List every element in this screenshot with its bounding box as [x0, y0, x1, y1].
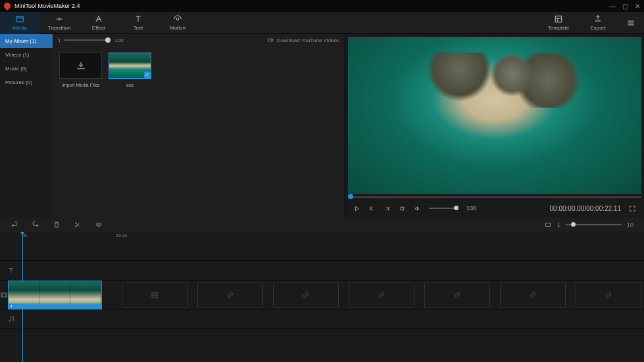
video-track[interactable]: [0, 281, 644, 309]
zoom-slider[interactable]: [566, 224, 622, 225]
play-button[interactable]: [353, 205, 360, 212]
svg-point-5: [76, 223, 77, 224]
preview-panel: 100 00:00:00.00/00:00:22.11: [345, 34, 644, 217]
svg-rect-2: [555, 16, 561, 22]
tab-media[interactable]: Media: [0, 12, 39, 34]
export-label: Export: [590, 25, 605, 31]
link-icon: [604, 290, 613, 300]
timeline-panel: 1 10 0s 22.4s: [0, 217, 644, 362]
template-icon: [554, 14, 563, 24]
split-button[interactable]: [74, 221, 82, 229]
timeline-ruler[interactable]: 0s 22.4s: [0, 232, 644, 241]
preview-viewport[interactable]: [348, 37, 641, 194]
transition-icon: [55, 14, 64, 24]
link-icon: [453, 290, 462, 300]
minimize-button[interactable]: —: [609, 3, 616, 10]
svg-rect-11: [152, 292, 157, 297]
close-button[interactable]: ✕: [635, 3, 640, 10]
fullscreen-button[interactable]: [629, 205, 636, 212]
check-icon: ✓: [144, 72, 151, 78]
tab-label: Text: [134, 25, 143, 31]
tab-label: Transition: [48, 25, 71, 31]
clip-audio-icon: [10, 304, 14, 308]
effect-icon: [94, 14, 103, 24]
import-media-button[interactable]: Import Media Files: [59, 53, 102, 87]
svg-rect-4: [401, 207, 404, 210]
main-toolbar: Media Transition Effect Text Motion Temp…: [0, 12, 644, 34]
video-track-icon: [0, 291, 8, 299]
svg-rect-10: [1, 293, 7, 297]
export-icon: [593, 14, 603, 24]
titlebar: MiniTool MovieMaker 2.4 — ▢ ✕: [0, 0, 644, 12]
tab-text[interactable]: Text: [118, 12, 158, 34]
thumb-size-slider[interactable]: [64, 39, 111, 41]
sidebar-item-videos[interactable]: Videos (1): [0, 48, 53, 62]
link-icon: [226, 290, 235, 300]
fit-button[interactable]: [544, 221, 552, 229]
volume-slider[interactable]: [429, 208, 458, 209]
timeline-clip-sea[interactable]: [8, 281, 102, 309]
tab-effect[interactable]: Effect: [79, 12, 118, 34]
import-icon: [75, 60, 87, 72]
media-icon: [15, 14, 24, 24]
text-track-icon: [7, 267, 15, 275]
link-icon: [528, 290, 537, 300]
preview-time: 00:00:00.00/00:00:22.11: [550, 205, 621, 212]
tab-label: Motion: [170, 25, 186, 31]
empty-slot[interactable]: [197, 283, 263, 307]
empty-slot[interactable]: [424, 283, 490, 307]
download-youtube-button[interactable]: Download YouTube Videos: [267, 37, 339, 43]
template-label: Template: [548, 25, 569, 31]
prev-frame-button[interactable]: [368, 205, 376, 212]
sidebar-item-music[interactable]: Music (0): [0, 62, 53, 76]
volume-value: 100: [466, 205, 476, 212]
media-panel: 1 100 Download YouTube Videos Import Med…: [53, 34, 345, 217]
svg-point-1: [176, 18, 179, 20]
svg-point-6: [76, 226, 77, 227]
text-track[interactable]: [0, 261, 644, 281]
empty-slot[interactable]: [122, 283, 187, 307]
tab-label: Media: [12, 25, 27, 31]
music-track-icon: [7, 315, 15, 323]
maximize-button[interactable]: ▢: [622, 3, 628, 10]
template-button[interactable]: Template: [539, 12, 578, 34]
sidebar-item-pictures[interactable]: Pictures (0): [0, 76, 53, 89]
sidebar-item-myalbum[interactable]: My Album (1): [0, 34, 53, 48]
film-icon: [150, 290, 159, 300]
link-icon: [301, 290, 310, 300]
crop-button[interactable]: [95, 221, 103, 229]
text-icon: [134, 14, 143, 24]
camera-icon: [267, 37, 274, 43]
hamburger-icon: [626, 18, 635, 28]
svg-rect-9: [545, 223, 550, 227]
empty-slot[interactable]: [349, 283, 414, 307]
undo-button[interactable]: [11, 221, 18, 229]
tab-motion[interactable]: Motion: [158, 12, 197, 34]
media-item-sea[interactable]: ✓ sea: [109, 53, 151, 87]
preview-seek-slider[interactable]: [348, 194, 641, 202]
next-frame-button[interactable]: [384, 205, 391, 212]
app-title: MiniTool MovieMaker 2.4: [14, 3, 80, 9]
svg-rect-3: [268, 39, 272, 41]
zoom-max: 10: [627, 221, 633, 228]
svg-point-8: [98, 224, 99, 225]
stop-button[interactable]: [399, 205, 406, 212]
hamburger-menu-button[interactable]: [618, 12, 644, 34]
empty-slot[interactable]: [576, 283, 641, 307]
tab-transition[interactable]: Transition: [39, 12, 79, 34]
audio-track[interactable]: [0, 309, 644, 329]
app-logo-icon: [3, 1, 12, 11]
volume-icon[interactable]: [414, 205, 421, 212]
svg-rect-0: [16, 16, 24, 22]
media-sidebar: My Album (1) Videos (1) Music (0) Pictur…: [0, 34, 53, 217]
empty-slot[interactable]: [273, 283, 339, 307]
empty-slot[interactable]: [500, 283, 566, 307]
redo-button[interactable]: [32, 221, 39, 229]
delete-button[interactable]: [53, 221, 61, 229]
link-icon: [377, 290, 386, 300]
thumb-size-min: 1: [58, 37, 61, 43]
motion-icon: [173, 14, 182, 24]
svg-point-7: [96, 223, 101, 227]
tab-label: Effect: [92, 25, 105, 31]
export-button[interactable]: Export: [578, 12, 618, 34]
